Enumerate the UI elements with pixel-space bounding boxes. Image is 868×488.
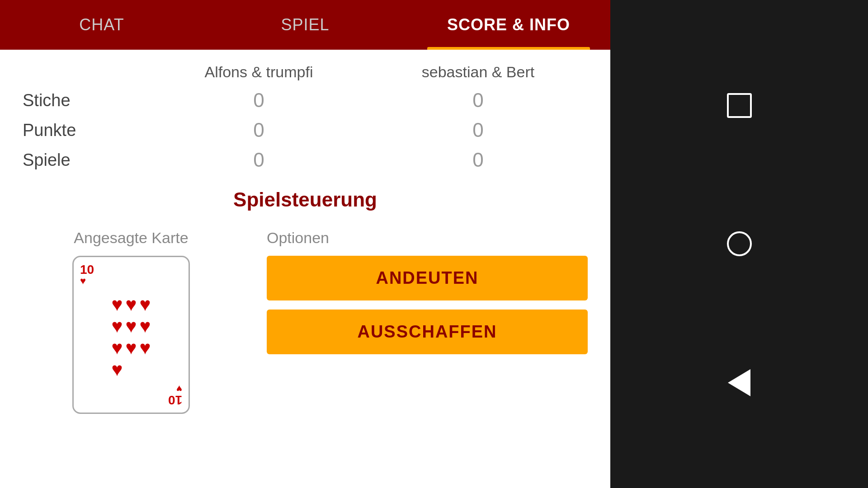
heart-9: ♥ xyxy=(139,338,151,357)
card-heart-br: ♥ xyxy=(176,383,182,394)
tab-spiel[interactable]: SPIEL xyxy=(203,0,407,50)
card-value-br: 10 xyxy=(168,393,182,407)
spielsteuerung-content: Angesagte Karte 10 ♥ ♥ ♥ ♥ ♥ ♥ ♥ ♥ ♥ xyxy=(23,229,588,414)
stiche-team2: 0 xyxy=(368,89,588,112)
angesagte-karte-label: Angesagte Karte xyxy=(74,229,188,247)
heart-2: ♥ xyxy=(126,295,137,314)
heart-5: ♥ xyxy=(126,317,137,336)
playing-card: 10 ♥ ♥ ♥ ♥ ♥ ♥ ♥ ♥ ♥ ♥ ♥ xyxy=(72,256,190,414)
spielsteuerung-title: Spielsteuerung xyxy=(23,188,588,211)
andeuten-button[interactable]: ANDEUTEN xyxy=(267,256,588,300)
hearts-grid: ♥ ♥ ♥ ♥ ♥ ♥ ♥ ♥ ♥ ♥ xyxy=(112,295,151,379)
back-icon xyxy=(728,369,750,396)
team2-header: sebastian & Bert xyxy=(368,63,588,81)
spiele-team2: 0 xyxy=(368,149,588,171)
square-icon-button[interactable] xyxy=(726,92,753,119)
heart-3: ♥ xyxy=(139,295,151,314)
punkte-label: Punkte xyxy=(23,121,149,140)
content-area: Alfons & trumpfi sebastian & Bert Stiche… xyxy=(0,50,610,488)
tab-score[interactable]: SCORE & INFO xyxy=(407,0,610,50)
heart-6: ♥ xyxy=(139,317,151,336)
punkte-team1: 0 xyxy=(149,119,368,141)
options-section: Optionen ANDEUTEN AUSSCHAFFEN xyxy=(267,229,588,363)
stiche-team1: 0 xyxy=(149,89,368,112)
score-table: Alfons & trumpfi sebastian & Bert Stiche… xyxy=(23,63,588,175)
heart-8: ♥ xyxy=(126,338,137,357)
spielsteuerung-section: Spielsteuerung Angesagte Karte 10 ♥ ♥ ♥ … xyxy=(23,188,588,414)
back-icon-button[interactable] xyxy=(726,369,753,396)
spiele-label: Spiele xyxy=(23,150,149,170)
heart-10: ♥ xyxy=(112,360,123,379)
heart-1: ♥ xyxy=(112,295,123,314)
heart-4: ♥ xyxy=(112,317,123,336)
card-section: Angesagte Karte 10 ♥ ♥ ♥ ♥ ♥ ♥ ♥ ♥ ♥ xyxy=(23,229,240,414)
optionen-label: Optionen xyxy=(267,229,588,247)
ausschaffen-button[interactable]: AUSSCHAFFEN xyxy=(267,310,588,354)
heart-7: ♥ xyxy=(112,338,123,357)
stiche-row: Stiche 0 0 xyxy=(23,85,588,115)
top-navigation: CHAT SPIEL SCORE & INFO xyxy=(0,0,610,50)
card-heart-tl: ♥ xyxy=(80,275,86,287)
punkte-row: Punkte 0 0 xyxy=(23,115,588,145)
spiele-row: Spiele 0 0 xyxy=(23,145,588,175)
circle-icon-button[interactable] xyxy=(726,230,753,258)
punkte-team2: 0 xyxy=(368,119,588,141)
tab-chat[interactable]: CHAT xyxy=(0,0,203,50)
square-icon xyxy=(727,93,752,118)
team1-header: Alfons & trumpfi xyxy=(149,63,368,81)
circle-icon xyxy=(727,231,752,256)
score-header-row: Alfons & trumpfi sebastian & Bert xyxy=(23,63,588,81)
main-area: CHAT SPIEL SCORE & INFO Alfons & trumpfi… xyxy=(0,0,610,488)
spiele-team1: 0 xyxy=(149,149,368,171)
sidebar xyxy=(610,0,868,488)
stiche-label: Stiche xyxy=(23,91,149,110)
